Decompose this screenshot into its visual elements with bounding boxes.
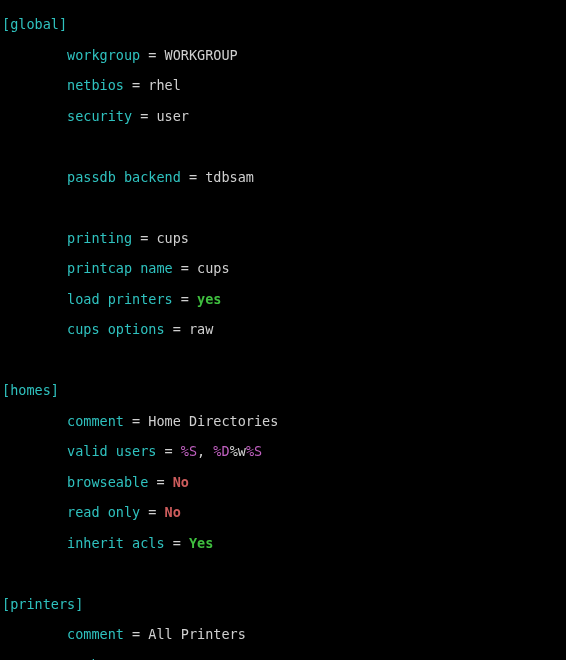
config-row: browseable = No (2, 475, 566, 490)
config-row: inherit acls = Yes (2, 536, 566, 551)
config-row: comment = Home Directories (2, 414, 566, 429)
blank-line (2, 139, 566, 154)
blank-line (2, 566, 566, 581)
config-row: valid users = %S, %D%w%S (2, 444, 566, 459)
key: valid users (67, 443, 156, 459)
value: No (173, 474, 189, 490)
config-row: passdb backend = tdbsam (2, 170, 566, 185)
key: comment (67, 626, 124, 642)
key: printing (67, 230, 132, 246)
config-row: read only = No (2, 505, 566, 520)
value: rhel (148, 77, 181, 93)
value: Yes (189, 535, 213, 551)
key: read only (67, 504, 140, 520)
config-row: comment = All Printers (2, 627, 566, 642)
value: user (156, 108, 189, 124)
blank-line (2, 353, 566, 368)
key: cups options (67, 321, 165, 337)
value: All Printers (148, 626, 246, 642)
config-row: printcap name = cups (2, 261, 566, 276)
value: cups (197, 260, 230, 276)
value: raw (189, 321, 213, 337)
config-row: workgroup = WORKGROUP (2, 48, 566, 63)
section-header-printers: [printers] (2, 597, 566, 612)
value: Home Directories (148, 413, 278, 429)
config-row: load printers = yes (2, 292, 566, 307)
config-row: security = user (2, 109, 566, 124)
config-row: cups options = raw (2, 322, 566, 337)
blank-line (2, 200, 566, 215)
key: passdb backend (67, 169, 181, 185)
section-header-homes: [homes] (2, 383, 566, 398)
key: browseable (67, 474, 148, 490)
value: cups (156, 230, 189, 246)
config-row: printing = cups (2, 231, 566, 246)
key: comment (67, 413, 124, 429)
value: tdbsam (205, 169, 254, 185)
key: inherit acls (67, 535, 165, 551)
terminal-editor[interactable]: [global] workgroup = WORKGROUP netbios =… (0, 0, 566, 660)
section-header-global: [global] (2, 17, 566, 32)
value: yes (197, 291, 221, 307)
key: load printers (67, 291, 173, 307)
key: workgroup (67, 47, 140, 63)
key: printcap name (67, 260, 173, 276)
key: security (67, 108, 132, 124)
config-row: netbios = rhel (2, 78, 566, 93)
value: No (165, 504, 181, 520)
value: WORKGROUP (165, 47, 238, 63)
key: netbios (67, 77, 124, 93)
